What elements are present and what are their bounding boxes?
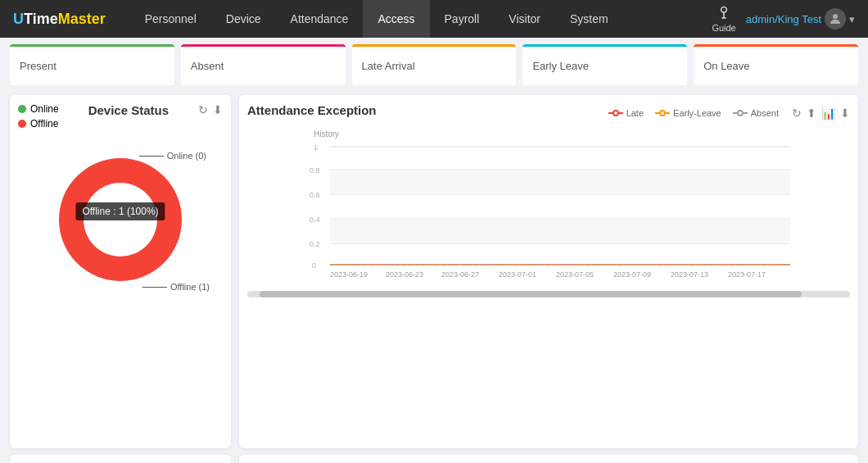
device-status-panel: Online Offline Device Status ↻ ⬇	[10, 95, 231, 448]
user-info[interactable]: admin/King Test ▾	[746, 8, 855, 30]
online-dot	[18, 105, 26, 113]
refresh-icon[interactable]: ↻	[198, 103, 208, 116]
svg-text:2023-07-05: 2023-07-05	[556, 270, 594, 279]
online-chart-label: Online (0)	[139, 151, 206, 161]
attendance-header: Attendance Exception Late Early-Leave	[247, 103, 850, 122]
legend-offline: Offline	[18, 118, 59, 129]
svg-text:0.6: 0.6	[310, 191, 320, 199]
svg-text:2023-07-13: 2023-07-13	[671, 270, 708, 279]
svg-point-1	[723, 17, 725, 19]
svg-text:1: 1	[314, 143, 318, 152]
brand-u: U	[13, 11, 24, 28]
navbar: U Time Master Personnel Device Attendanc…	[0, 0, 868, 38]
legend-early-leave-label: Early-Leave	[673, 108, 721, 118]
legend-late: Late	[608, 108, 644, 118]
scrollbar-thumb[interactable]	[260, 291, 802, 297]
status-card-late[interactable]: Late Arrival	[352, 44, 517, 85]
offline-dot	[18, 120, 26, 128]
user-name: admin/King Test	[746, 13, 821, 25]
bottom-row: 1 Auto add 15:37:59 Check In	[0, 455, 868, 463]
svg-text:0.2: 0.2	[310, 240, 320, 248]
device-status-title: Device Status	[88, 103, 169, 117]
attendance-title: Attendance Exception	[247, 103, 377, 117]
on-leave-label: On Leave	[703, 60, 749, 72]
att-download-icon[interactable]: ⬇	[840, 107, 850, 120]
nav-item-attendance[interactable]: Attendance	[276, 0, 364, 38]
download-icon[interactable]: ⬇	[213, 103, 223, 116]
att-upload-icon[interactable]: ⬆	[807, 107, 816, 120]
present-label: Present	[20, 60, 57, 72]
nav-links: Personnel Device Attendance Access Payro…	[130, 0, 712, 38]
brand-master: Master	[58, 11, 106, 28]
legend-absent-label: Absent	[751, 108, 779, 118]
svg-rect-8	[330, 170, 790, 193]
nav-right: Guide admin/King Test ▾	[712, 5, 855, 33]
brand: U Time Master	[13, 11, 106, 28]
svg-text:2023-07-09: 2023-07-09	[613, 270, 651, 279]
svg-text:History: History	[314, 129, 339, 138]
device-legend: Online Offline	[18, 103, 59, 129]
offline-tooltip: Offline : 1 (100%)	[75, 202, 165, 220]
legend-absent: Absent	[733, 108, 779, 118]
user-avatar	[825, 8, 846, 30]
svg-text:0.4: 0.4	[310, 216, 320, 224]
nav-item-access[interactable]: Access	[363, 0, 429, 38]
att-refresh-icon[interactable]: ↻	[792, 107, 802, 120]
main-content: Online Offline Device Status ↻ ⬇	[0, 92, 868, 455]
svg-text:2023-06-19: 2023-06-19	[330, 270, 368, 279]
nav-item-visitor[interactable]: Visitor	[494, 0, 555, 38]
svg-text:2023-06-27: 2023-06-27	[441, 270, 479, 279]
status-cards: Present Absent Late Arrival Early Leave …	[0, 38, 868, 92]
attendance-legend: Late Early-Leave Absent	[608, 108, 779, 118]
realtime-panel: Real-Time Monitor P ↻ ⬆ 📊 ⬇	[239, 455, 858, 463]
status-card-early-leave[interactable]: Early Leave	[522, 44, 687, 85]
brand-time: Time	[24, 11, 58, 28]
svg-text:2023-06-23: 2023-06-23	[386, 270, 423, 279]
attendance-panel-actions: ↻ ⬆ 📊 ⬇	[792, 107, 850, 120]
svg-point-0	[721, 7, 727, 13]
attendance-svg: History 1 0.8 0.6 0.4 0.2 0 2023-06-	[247, 125, 850, 285]
absent-label: Absent	[191, 60, 224, 72]
offline-chart-label: Offline (1)	[142, 282, 210, 292]
checkin-panel: 1 Auto add 15:37:59 Check In	[10, 455, 231, 463]
svg-text:2023-07-01: 2023-07-01	[499, 270, 536, 279]
early-leave-label: Early Leave	[532, 60, 589, 72]
svg-text:0: 0	[312, 261, 316, 270]
att-chart-icon[interactable]: 📊	[821, 107, 835, 120]
late-label: Late Arrival	[362, 60, 415, 72]
svg-point-2	[833, 14, 838, 19]
legend-early-leave: Early-Leave	[655, 108, 721, 118]
device-panel-actions: ↻ ⬇	[198, 103, 223, 116]
nav-item-payroll[interactable]: Payroll	[430, 0, 495, 38]
nav-item-device[interactable]: Device	[211, 0, 276, 38]
guide-label: Guide	[712, 23, 735, 33]
attendance-panel: Attendance Exception Late Early-Leave	[239, 95, 858, 448]
status-card-absent[interactable]: Absent	[181, 44, 346, 85]
svg-text:0.8: 0.8	[310, 166, 320, 175]
nav-item-personnel[interactable]: Personnel	[130, 0, 211, 38]
guide-button[interactable]: Guide	[712, 5, 735, 33]
legend-late-label: Late	[626, 108, 644, 118]
chart-scrollbar[interactable]	[247, 291, 850, 297]
user-dropdown-icon: ▾	[849, 13, 855, 25]
svg-rect-13	[330, 219, 790, 242]
svg-text:2023-07-17: 2023-07-17	[728, 270, 766, 279]
donut-chart: Offline : 1 (100%) Online (0) Offline (1…	[18, 138, 223, 302]
status-card-on-leave[interactable]: On Leave	[694, 44, 858, 85]
nav-item-system[interactable]: System	[555, 0, 623, 38]
status-card-present[interactable]: Present	[10, 44, 174, 85]
offline-legend-label: Offline	[30, 118, 58, 129]
legend-online: Online	[18, 103, 59, 115]
attendance-chart-area: History 1 0.8 0.6 0.4 0.2 0 2023-06-	[247, 125, 850, 297]
online-legend-label: Online	[30, 103, 59, 115]
